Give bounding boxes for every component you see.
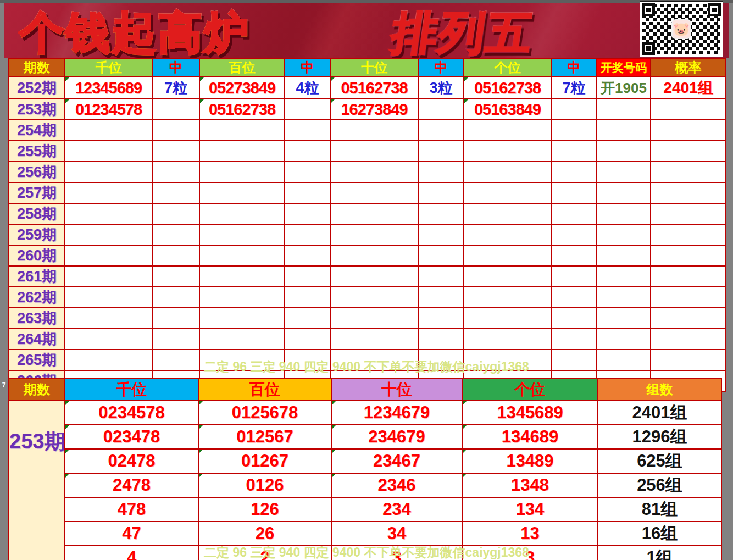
hit-count-cell [152, 329, 199, 350]
numbers-cell: 23467 [331, 449, 462, 473]
hit-count-cell [551, 182, 597, 203]
numbers-cell: 16273849 [330, 99, 418, 120]
col-header-units: 个位 [464, 58, 551, 77]
numbers-cell [65, 182, 152, 203]
numbers-cell [330, 287, 418, 308]
numbers-cell [330, 182, 418, 203]
banner: 个钱起高炉 排列五 🐷 [4, 3, 729, 58]
hit-count-cell [285, 99, 330, 120]
hit-count-cell [152, 266, 199, 287]
numbers-cell: 0234578 [65, 401, 198, 425]
numbers-cell [65, 287, 152, 308]
banner-title-left: 个钱起高炉 [20, 8, 251, 58]
numbers-cell [65, 245, 152, 266]
table-row: 256期 [9, 162, 726, 182]
hit-count-cell [418, 203, 464, 224]
period-cell: 252期 [9, 77, 65, 99]
numbers-cell: 05162738 [330, 77, 418, 99]
col-header-thousands: 千位 [65, 58, 152, 77]
hit-count-cell [285, 287, 330, 308]
table-row: 257期 [9, 182, 726, 203]
numbers-cell: 02478 [65, 449, 198, 473]
draw-result-cell [597, 245, 651, 266]
hit-count-cell [418, 287, 464, 308]
period-cell: 255期 [9, 141, 65, 162]
table-row: 258期 [9, 203, 726, 224]
period-cell: 262期 [9, 287, 65, 308]
table-row: 254期 [9, 120, 726, 141]
qr-finder-icon [708, 3, 721, 16]
draw-result-cell [597, 99, 651, 120]
period-cell: 254期 [9, 120, 65, 141]
hit-count-cell [418, 245, 464, 266]
period-cell: 260期 [9, 245, 65, 266]
numbers-cell [199, 182, 285, 203]
numbers-cell: 023478 [65, 425, 198, 449]
hit-count-cell [285, 120, 330, 141]
hit-count-cell [551, 245, 597, 266]
hit-count-cell [418, 308, 464, 329]
hit-count-cell [152, 203, 199, 224]
numbers-cell [464, 329, 551, 350]
col-header-tens: 十位 [331, 379, 462, 401]
numbers-cell [464, 162, 551, 182]
groups-cell: 256组 [598, 473, 721, 497]
hit-count-cell [418, 141, 464, 162]
numbers-cell: 0125678 [198, 401, 331, 425]
hit-count-cell [418, 162, 464, 182]
numbers-cell: 05162738 [464, 77, 551, 99]
numbers-cell [65, 266, 152, 287]
draw-result-cell [597, 287, 651, 308]
numbers-cell [330, 266, 418, 287]
hit-count-cell [418, 266, 464, 287]
numbers-cell [330, 329, 418, 350]
groups-cell: 1296组 [598, 425, 721, 449]
hit-count-cell [551, 329, 597, 350]
table-row: 252期123456897粒052738494粒051627383粒051627… [9, 77, 726, 99]
table-row: 2478012623461348256组 [9, 473, 721, 497]
draw-result-cell [597, 120, 651, 141]
hit-count-cell [551, 99, 597, 120]
promo-text-bottom: 二定 96 三定 940 四定 9400 不下单不要加微信caiygj1368 [0, 544, 733, 560]
numbers-cell: 01234578 [65, 99, 152, 120]
hit-count-cell [551, 162, 597, 182]
pig-avatar-icon: 🐷 [671, 19, 691, 39]
col-header-tens: 十位 [330, 58, 418, 77]
hit-count-cell [551, 287, 597, 308]
table-row: 47812623413481组 [9, 497, 721, 522]
numbers-cell: 012567 [198, 425, 331, 449]
hit-count-cell [418, 182, 464, 203]
draw-result-cell [597, 224, 651, 245]
hit-count-cell: 7粒 [551, 77, 597, 99]
table-row: 261期 [9, 266, 726, 287]
numbers-cell: 478 [65, 497, 198, 522]
numbers-cell [464, 224, 551, 245]
numbers-cell [330, 245, 418, 266]
period-cell: 256期 [9, 162, 65, 182]
hit-count-cell [285, 266, 330, 287]
probability-cell [651, 245, 726, 266]
probability-cell [651, 308, 726, 329]
period-cell: 264期 [9, 329, 65, 350]
hit-count-cell [152, 99, 199, 120]
col-header-period: 期数 [9, 379, 65, 401]
col-header-hit: 中 [285, 58, 330, 77]
numbers-cell [330, 224, 418, 245]
numbers-cell: 134689 [462, 425, 598, 449]
numbers-cell [65, 120, 152, 141]
groups-cell: 16组 [598, 522, 721, 546]
numbers-cell [464, 203, 551, 224]
header-row: 期数 千位 百位 十位 个位 组数 [9, 379, 721, 401]
probability-cell: 2401组 [651, 77, 726, 99]
numbers-cell: 47 [65, 522, 198, 546]
numbers-cell [464, 266, 551, 287]
numbers-cell: 26 [198, 522, 331, 546]
hit-count-cell [285, 329, 330, 350]
prediction-table-main: 期数 千位 中 百位 中 十位 中 个位 中 开奖号码 概率 252期12345… [8, 58, 726, 392]
numbers-cell [65, 203, 152, 224]
table-row: 253期02345780125678123467913456892401组 [9, 401, 721, 425]
col-header-hit: 中 [418, 58, 464, 77]
numbers-cell [199, 287, 285, 308]
col-header-groups: 组数 [598, 379, 721, 401]
hit-count-cell [285, 245, 330, 266]
